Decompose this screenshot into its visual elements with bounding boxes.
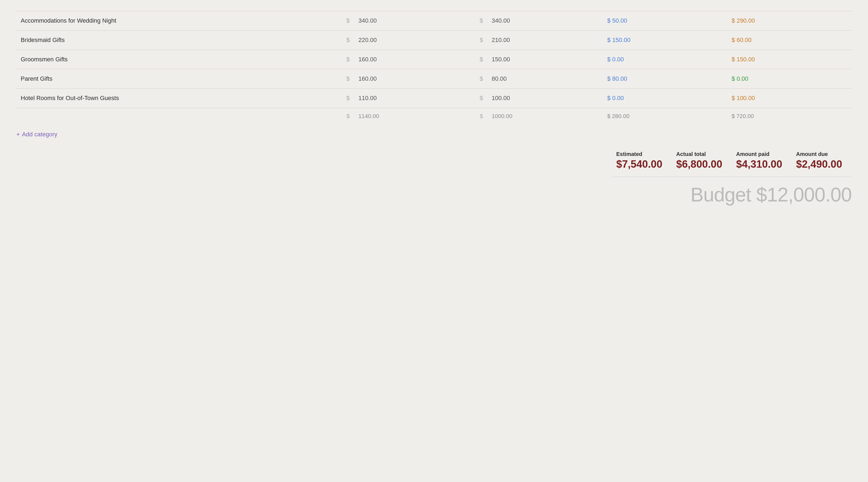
est-currency-icon: $ bbox=[336, 31, 354, 50]
plus-icon: + bbox=[17, 131, 20, 138]
table-row: Groomsmen Gifts $ 160.00 $ 150.00 $ 0.00… bbox=[17, 50, 851, 69]
paid-label: Amount paid bbox=[736, 151, 769, 157]
subtotals-due: $ 720.00 bbox=[727, 108, 851, 124]
row-estimated: 340.00 bbox=[354, 11, 469, 31]
est-currency-icon: $ bbox=[336, 69, 354, 89]
row-actual: 150.00 bbox=[487, 50, 603, 69]
subtotals-act-currency: $ bbox=[469, 108, 487, 124]
est-currency-icon: $ bbox=[336, 89, 354, 108]
row-due: $ 0.00 bbox=[727, 69, 851, 89]
divider bbox=[612, 177, 851, 177]
row-name: Bridesmaid Gifts bbox=[17, 31, 336, 50]
act-currency-icon: $ bbox=[469, 69, 487, 89]
subtotals-paid: $ 280.00 bbox=[603, 108, 727, 124]
row-paid: $ 80.00 bbox=[603, 69, 727, 89]
budget-footer: Budget $12,000.00 bbox=[17, 177, 851, 208]
add-category-button[interactable]: + Add category bbox=[17, 131, 58, 138]
act-currency-icon: $ bbox=[469, 11, 487, 31]
budget-table: Accommodations for Wedding Night $ 340.0… bbox=[17, 11, 851, 147]
row-estimated: 160.00 bbox=[354, 50, 469, 69]
summary-actual: Actual total $6,800.00 bbox=[672, 151, 732, 170]
est-currency-icon: $ bbox=[336, 11, 354, 31]
actual-value: $6,800.00 bbox=[676, 159, 722, 170]
row-paid: $ 0.00 bbox=[603, 89, 727, 108]
summary-paid: Amount paid $4,310.00 bbox=[732, 151, 792, 170]
row-name: Accommodations for Wedding Night bbox=[17, 11, 336, 31]
row-due: $ 290.00 bbox=[727, 11, 851, 31]
row-due: $ 100.00 bbox=[727, 89, 851, 108]
add-category-row: + Add category bbox=[17, 124, 851, 147]
table-row: Bridesmaid Gifts $ 220.00 $ 210.00 $ 150… bbox=[17, 31, 851, 50]
row-actual: 80.00 bbox=[487, 69, 603, 89]
subtotals-name-cell bbox=[17, 108, 336, 124]
table-row: Parent Gifts $ 160.00 $ 80.00 $ 80.00 $ … bbox=[17, 69, 851, 89]
add-category-label: Add category bbox=[22, 131, 58, 138]
row-due: $ 60.00 bbox=[727, 31, 851, 50]
estimated-label: Estimated bbox=[616, 151, 643, 157]
row-estimated: 160.00 bbox=[354, 69, 469, 89]
row-actual: 340.00 bbox=[487, 11, 603, 31]
act-currency-icon: $ bbox=[469, 50, 487, 69]
est-currency-icon: $ bbox=[336, 50, 354, 69]
paid-value: $4,310.00 bbox=[736, 159, 782, 170]
row-estimated: 110.00 bbox=[354, 89, 469, 108]
summary-section: Estimated $7,540.00 Actual total $6,800.… bbox=[17, 151, 851, 170]
table-row: Accommodations for Wedding Night $ 340.0… bbox=[17, 11, 851, 31]
subtotals-row: $ 1140.00 $ 1000.00 $ 280.00 $ 720.00 bbox=[17, 108, 851, 124]
row-paid: $ 50.00 bbox=[603, 11, 727, 31]
estimated-value: $7,540.00 bbox=[616, 159, 662, 170]
due-label: Amount due bbox=[796, 151, 828, 157]
row-paid: $ 0.00 bbox=[603, 50, 727, 69]
summary-grid: Estimated $7,540.00 Actual total $6,800.… bbox=[612, 151, 851, 170]
act-currency-icon: $ bbox=[469, 31, 487, 50]
row-due: $ 150.00 bbox=[727, 50, 851, 69]
row-name: Groomsmen Gifts bbox=[17, 50, 336, 69]
row-paid: $ 150.00 bbox=[603, 31, 727, 50]
row-actual: 100.00 bbox=[487, 89, 603, 108]
subtotals-est-currency: $ bbox=[336, 108, 354, 124]
summary-estimated: Estimated $7,540.00 bbox=[612, 151, 672, 170]
row-name: Parent Gifts bbox=[17, 69, 336, 89]
row-name: Hotel Rooms for Out-of-Town Guests bbox=[17, 89, 336, 108]
row-actual: 210.00 bbox=[487, 31, 603, 50]
subtotals-actual: 1000.00 bbox=[487, 108, 603, 124]
table-row: Hotel Rooms for Out-of-Town Guests $ 110… bbox=[17, 89, 851, 108]
act-currency-icon: $ bbox=[469, 89, 487, 108]
actual-label: Actual total bbox=[676, 151, 706, 157]
subtotals-estimated: 1140.00 bbox=[354, 108, 469, 124]
due-value: $2,490.00 bbox=[796, 159, 842, 170]
summary-due: Amount due $2,490.00 bbox=[792, 151, 851, 170]
budget-display: Budget $12,000.00 bbox=[690, 184, 851, 205]
row-estimated: 220.00 bbox=[354, 31, 469, 50]
